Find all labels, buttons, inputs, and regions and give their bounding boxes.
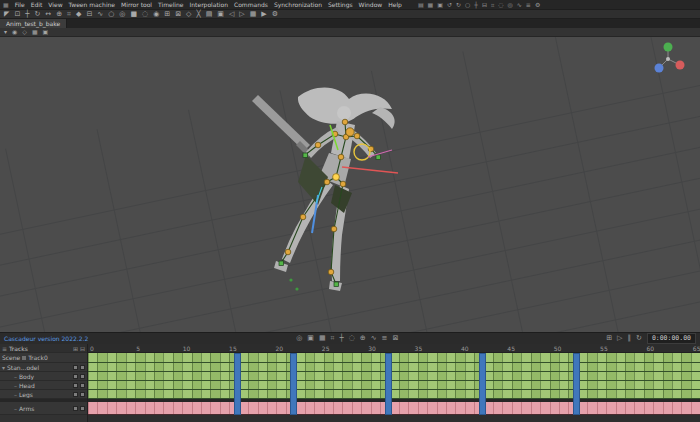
arms-track-row[interactable]: – Arms (0, 402, 87, 415)
delete-keyframe-icon[interactable]: ╳ (196, 11, 200, 18)
interval-marker[interactable] (479, 353, 486, 415)
layers-icon[interactable]: ≡ (526, 2, 531, 8)
trajectory-toggle-icon[interactable]: ◌ (142, 11, 148, 18)
skeleton-icon[interactable]: ┼ (474, 2, 478, 8)
viewport-3d[interactable] (0, 37, 700, 332)
body-track-row[interactable]: – Body (0, 372, 87, 381)
copy-pose-icon[interactable]: ▤ (206, 11, 213, 18)
interval-marker[interactable] (234, 353, 241, 415)
pivot-tool-icon[interactable]: ⊕ (56, 11, 62, 18)
ghost-icon[interactable]: ◌ (498, 2, 503, 8)
mesh-visibility-icon[interactable]: ▦ (32, 29, 38, 35)
pause-button-icon[interactable]: ∥ (628, 335, 632, 342)
track-visibility-checkbox[interactable] (73, 374, 78, 379)
mirror-icon[interactable]: ⊟ (482, 2, 487, 8)
physics-icon[interactable]: ◎ (508, 2, 513, 8)
snap-icon[interactable]: ⌗ (491, 2, 494, 8)
view-gizmo[interactable] (655, 43, 685, 73)
menu-item[interactable]: Interpolation (190, 1, 228, 8)
controllers-visibility-icon[interactable]: ◇ (22, 29, 27, 35)
paste-pose-icon[interactable]: ▣ (217, 11, 224, 18)
camera-visibility-icon[interactable]: ▣ (43, 29, 49, 35)
display-filter-icon[interactable]: ◎ (296, 335, 302, 342)
track-visibility-checkbox[interactable] (73, 406, 78, 411)
autoposing-toggle-icon[interactable]: ○ (108, 11, 114, 18)
loop-toggle-icon[interactable]: ↻ (636, 335, 642, 342)
add-keyframe-icon[interactable]: ◇ (186, 11, 191, 18)
settings-icon[interactable]: ⚙ (535, 2, 540, 8)
track-visibility-checkbox[interactable] (73, 383, 78, 388)
panel-toggle-icon[interactable]: ⊞ (606, 335, 612, 342)
track-visibility-checkbox[interactable] (73, 365, 78, 370)
track-menu-icon[interactable]: ≡ (2, 345, 7, 352)
fulcrum-tool-icon[interactable]: ◎ (119, 11, 125, 18)
interval-marker[interactable] (573, 353, 580, 415)
unlink-joints-icon[interactable]: ⊠ (175, 11, 181, 18)
grid-display-icon[interactable]: ▦ (319, 335, 326, 342)
save-scene-icon[interactable]: ▣ (437, 2, 443, 8)
remove-track-icon[interactable]: ⊟ (80, 345, 85, 352)
character-icon[interactable]: ○ (465, 2, 470, 8)
menu-item[interactable]: Edit (31, 1, 43, 8)
pivot-display-icon[interactable]: ⊕ (360, 335, 366, 342)
scene-tab[interactable]: Anim_test_b_bake (0, 19, 67, 28)
ghost-display-icon[interactable]: ◌ (349, 335, 355, 342)
track-lock-checkbox[interactable] (80, 383, 85, 388)
tween-machine-icon[interactable]: ∿ (97, 11, 103, 18)
track-lock-checkbox[interactable] (80, 392, 85, 397)
play-forward-icon[interactable]: ▶ (261, 11, 266, 18)
camera-tool-icon[interactable]: ▦ (250, 11, 257, 18)
collapse-icon[interactable]: ▾ (2, 364, 5, 371)
open-scene-icon[interactable]: ▦ (428, 2, 434, 8)
mirror-pose-icon[interactable]: ◁ (229, 11, 234, 18)
track-visibility-checkbox[interactable] (73, 392, 78, 397)
head-track-row[interactable]: – Head (0, 381, 87, 390)
legs-track-row[interactable]: – Legs (0, 390, 87, 399)
menu-item[interactable]: View (48, 1, 62, 8)
menu-item[interactable]: Settings (328, 1, 353, 8)
menu-item[interactable]: Synchronization (274, 1, 322, 8)
move-tool-icon[interactable]: ┼ (25, 11, 29, 18)
snap-display-icon[interactable]: ⌗ (331, 335, 335, 342)
character-mesh[interactable] (252, 87, 395, 291)
menu-item[interactable]: Tween machine (69, 1, 115, 8)
track-lock-checkbox[interactable] (80, 374, 85, 379)
chart-icon[interactable]: ∿ (517, 2, 522, 8)
interval-marker[interactable] (290, 353, 297, 415)
scene-settings-icon[interactable]: ⚙ (272, 11, 278, 18)
legs-intervals[interactable] (88, 390, 700, 399)
selection-display-icon[interactable]: ⊠ (392, 335, 398, 342)
new-scene-icon[interactable]: ▤ (418, 2, 424, 8)
scale-tool-icon[interactable]: ↔ (45, 11, 51, 18)
view-options-dropdown-icon[interactable]: ▾ (4, 29, 7, 35)
track0-intervals[interactable] (88, 353, 700, 363)
track-lock-checkbox[interactable] (80, 365, 85, 370)
head-intervals[interactable] (88, 381, 700, 390)
arms-intervals[interactable] (88, 402, 700, 415)
body-intervals[interactable] (88, 372, 700, 381)
redo-icon[interactable]: ↻ (456, 2, 461, 8)
app-icon[interactable]: ▦ (3, 1, 9, 8)
ghosts-toggle-icon[interactable]: ◉ (153, 11, 159, 18)
rotate-tool-icon[interactable]: ↻ (34, 11, 40, 18)
interval-marker[interactable] (385, 353, 392, 415)
undo-icon[interactable]: ↺ (447, 2, 452, 8)
menu-item[interactable]: Window (359, 1, 383, 8)
mirror-tool-icon[interactable]: ⊟ (86, 11, 92, 18)
magnet-toggle-icon[interactable]: ◆ (76, 11, 81, 18)
model-track-row[interactable]: ▾ Stan...odel (0, 363, 87, 372)
axes-display-icon[interactable]: ┼ (339, 335, 343, 342)
interval-edit-icon[interactable]: ▷ (239, 11, 244, 18)
snap-toggle-icon[interactable]: ⌗ (67, 11, 71, 18)
menu-item[interactable]: Commands (234, 1, 268, 8)
list-display-icon[interactable]: ≡ (382, 335, 388, 342)
menu-item[interactable]: Help (388, 1, 402, 8)
frame-ruler[interactable]: 05101520253035404550556065 (88, 344, 700, 353)
curves-display-icon[interactable]: ∿ (371, 335, 377, 342)
camera-view-icon[interactable]: ▣ (307, 335, 314, 342)
link-joints-icon[interactable]: ⊞ (164, 11, 170, 18)
joints-visibility-icon[interactable]: ◉ (12, 29, 17, 35)
add-track-icon[interactable]: ⊞ (73, 345, 78, 352)
box-select-icon[interactable]: ⊡ (14, 11, 20, 18)
play-button-icon[interactable]: ▷ (617, 335, 622, 342)
